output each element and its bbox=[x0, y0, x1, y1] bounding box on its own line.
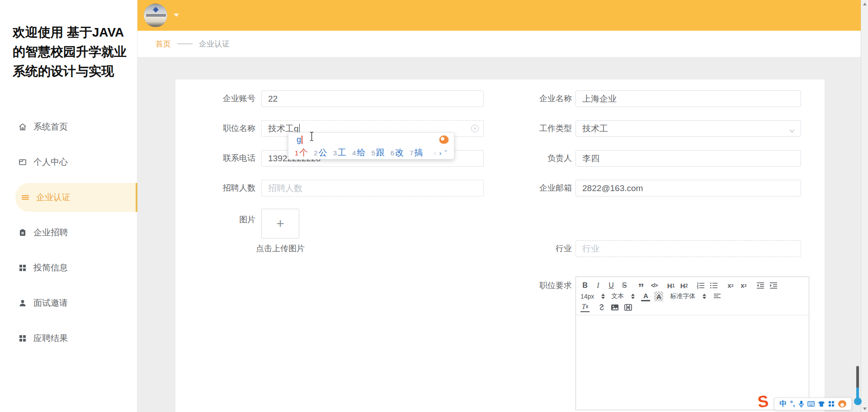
ime-candidate-6[interactable]: 6改 bbox=[391, 147, 404, 159]
video-icon[interactable] bbox=[623, 302, 632, 312]
recruit-count-input[interactable] bbox=[261, 180, 484, 197]
text-caret bbox=[299, 124, 300, 133]
microphone-icon[interactable] bbox=[798, 400, 804, 407]
grid-icon bbox=[18, 263, 27, 272]
sidebar-item-company-recruit[interactable]: 企业招聘 bbox=[0, 218, 137, 247]
fox-emoji-icon[interactable] bbox=[838, 400, 846, 407]
person-icon bbox=[18, 299, 27, 308]
sidebar-title: 欢迎使用 基于JAVA的智慧校园升学就业系统的设计与实现 bbox=[13, 23, 128, 81]
font-size-picker[interactable]: 14px bbox=[580, 293, 605, 300]
superscript-button[interactable]: x2 bbox=[739, 281, 748, 290]
indent-icon[interactable] bbox=[769, 281, 778, 290]
sidebar-item-apply-result[interactable]: 应聘结果 bbox=[0, 324, 137, 353]
editor-content-area[interactable] bbox=[576, 315, 809, 406]
toolbar-row-1: B I U S ” </> H1 H2 bbox=[580, 280, 804, 291]
font-family-picker[interactable]: 标准字体 bbox=[670, 292, 706, 300]
ime-candidate-7[interactable]: 7搞 bbox=[410, 147, 423, 159]
toolbox-grid-icon[interactable] bbox=[828, 401, 835, 407]
rich-text-editor: B I U S ” </> H1 H2 bbox=[576, 276, 809, 410]
ime-candidate-1[interactable]: 1个 bbox=[295, 147, 308, 159]
bullet-list-icon[interactable] bbox=[709, 281, 718, 290]
editor-toolbar: B I U S ” </> H1 H2 bbox=[576, 277, 809, 315]
sidebar-item-label: 企业招聘 bbox=[33, 227, 68, 239]
blockquote-button[interactable]: ” bbox=[637, 281, 646, 290]
scroll-down-icon[interactable] bbox=[863, 407, 867, 410]
text-color-button[interactable]: A bbox=[641, 291, 650, 301]
ime-composition-text: g bbox=[297, 135, 301, 145]
ime-candidate-4[interactable]: 4给 bbox=[352, 147, 365, 159]
punctuation-mode-icon[interactable]: °, bbox=[790, 400, 795, 408]
italic-button[interactable]: I bbox=[594, 281, 603, 290]
chinese-mode-icon[interactable]: 中 bbox=[779, 399, 787, 409]
ime-next-page-icon[interactable]: › bbox=[439, 149, 441, 157]
ordered-list-icon[interactable] bbox=[696, 281, 705, 290]
main-content: 企业账号 企业名称 职位名称 技术工g × 工作类型 联系电话 负责人 招聘人数… bbox=[137, 57, 861, 412]
skin-icon[interactable] bbox=[818, 401, 825, 407]
position-name-label: 职位名称 bbox=[181, 120, 255, 137]
principal-input[interactable] bbox=[576, 150, 801, 167]
sidebar-item-label: 面试邀请 bbox=[33, 297, 68, 309]
ime-prev-page-icon[interactable]: ‹ bbox=[434, 149, 436, 157]
breadcrumb-home-link[interactable]: 首页 bbox=[156, 39, 171, 49]
sidebar-item-label: 系统首页 bbox=[33, 121, 68, 133]
sidebar-item-company-auth[interactable]: 企业认证 bbox=[15, 183, 137, 212]
align-icon[interactable] bbox=[712, 291, 722, 301]
company-name-input[interactable] bbox=[576, 90, 801, 107]
ime-candidate-3[interactable]: 3工 bbox=[333, 147, 346, 159]
avatar[interactable] bbox=[144, 4, 167, 27]
breadcrumb: 首页 企业认证 bbox=[137, 31, 861, 57]
sidebar-item-resume-info[interactable]: 投简信息 bbox=[0, 253, 137, 282]
recruit-count-label: 招聘人数 bbox=[181, 180, 255, 197]
ime-candidate-5[interactable]: 5跟 bbox=[371, 147, 384, 159]
breadcrumb-separator bbox=[177, 43, 193, 44]
principal-label: 负责人 bbox=[497, 150, 572, 167]
chevron-down-icon[interactable] bbox=[789, 126, 795, 130]
bold-button[interactable]: B bbox=[580, 281, 590, 290]
grid-icon bbox=[18, 334, 27, 343]
top-header bbox=[137, 0, 861, 31]
work-type-label: 工作类型 bbox=[497, 120, 572, 137]
avatar-detail bbox=[146, 14, 166, 17]
sogou-logo-icon[interactable]: S bbox=[757, 393, 769, 411]
scroll-up-icon[interactable] bbox=[863, 3, 867, 5]
thermometer-bulb bbox=[854, 398, 862, 405]
ime-expand-icon[interactable]: ˇ bbox=[444, 149, 447, 157]
link-icon[interactable] bbox=[597, 302, 606, 312]
company-account-label: 企业账号 bbox=[181, 90, 255, 107]
underline-button[interactable]: U bbox=[607, 281, 616, 290]
company-account-input[interactable] bbox=[261, 90, 484, 107]
strikethrough-button[interactable]: S bbox=[620, 281, 629, 290]
industry-input[interactable] bbox=[576, 240, 801, 257]
background-color-button[interactable]: A bbox=[654, 291, 663, 301]
work-type-select[interactable] bbox=[576, 120, 801, 137]
upload-hint: 点击上传图片 bbox=[243, 243, 317, 254]
ime-candidate-2[interactable]: 2公 bbox=[314, 147, 327, 159]
ime-composition: g bbox=[297, 135, 302, 145]
outdent-icon[interactable] bbox=[756, 281, 765, 290]
soft-keyboard-icon[interactable] bbox=[807, 401, 815, 407]
ime-caret bbox=[302, 136, 302, 144]
clear-input-icon[interactable]: × bbox=[471, 125, 479, 132]
subscript-button[interactable]: x2 bbox=[726, 281, 735, 290]
clear-format-button[interactable]: Tx bbox=[580, 302, 590, 312]
sidebar-item-personal-center[interactable]: 个人中心 bbox=[0, 148, 137, 177]
vertical-scrollbar[interactable] bbox=[861, 0, 868, 412]
thermometer-rod bbox=[856, 366, 859, 402]
sidebar-item-system-home[interactable]: 系统首页 bbox=[0, 112, 137, 141]
avatar-dropdown-caret-icon[interactable] bbox=[174, 14, 179, 17]
header1-button[interactable]: H1 bbox=[666, 281, 675, 290]
ime-toolbar: S 中 °, bbox=[758, 395, 854, 412]
header2-button[interactable]: H2 bbox=[679, 281, 689, 290]
scroll-thermometer-widget[interactable] bbox=[854, 366, 862, 411]
avatar-logo bbox=[153, 7, 159, 13]
image-upload-box[interactable]: + bbox=[261, 209, 299, 239]
home-icon bbox=[18, 122, 27, 131]
block-type-picker[interactable]: 文本 bbox=[611, 292, 635, 300]
sidebar-item-label: 个人中心 bbox=[33, 156, 68, 168]
code-block-button[interactable]: </> bbox=[650, 281, 659, 290]
image-icon[interactable] bbox=[610, 302, 619, 312]
email-input[interactable] bbox=[576, 180, 801, 197]
breadcrumb-current: 企业认证 bbox=[199, 39, 230, 49]
sidebar-item-label: 投简信息 bbox=[33, 262, 68, 274]
sidebar-item-interview-invite[interactable]: 面试邀请 bbox=[0, 289, 137, 318]
